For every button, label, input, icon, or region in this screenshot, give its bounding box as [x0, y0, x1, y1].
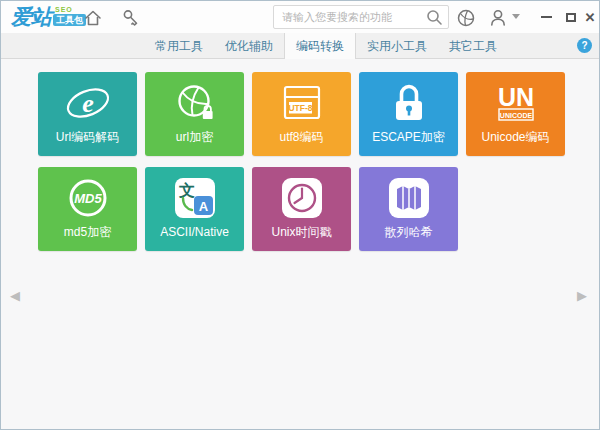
tile-utf8-encode[interactable]: UTF-8 utf8编码 [252, 72, 351, 156]
user-dropdown-caret[interactable] [512, 14, 520, 19]
app-logo: 爱站 SEO 工具包 [11, 5, 86, 29]
lock-icon [389, 76, 429, 130]
svg-text:文: 文 [178, 181, 195, 199]
tile-label: 散列哈希 [385, 225, 433, 239]
tool-grid-panel: e Url编码解码 url加密 [1, 59, 600, 430]
tile-url-encode-decode[interactable]: e Url编码解码 [38, 72, 137, 156]
tab-encoding-conversion[interactable]: 编码转换 [284, 33, 356, 60]
map-icon [387, 171, 431, 225]
search-box [273, 5, 449, 29]
svg-text:UN: UN [497, 83, 533, 111]
tile-label: url加密 [176, 130, 213, 144]
tile-hash[interactable]: 散列哈希 [359, 167, 458, 251]
tile-md5-encrypt[interactable]: MD5 md5加密 [38, 167, 137, 251]
close-button[interactable]: ✕ [578, 1, 600, 33]
website-globe-icon[interactable] [456, 8, 476, 28]
tile-unix-timestamp[interactable]: Unix时间戳 [252, 167, 351, 251]
logo-text: 爱站 [11, 5, 51, 29]
tile-label: Unix时间戳 [271, 225, 331, 239]
app-window: 爱站 SEO 工具包 [0, 0, 600, 430]
tile-label: utf8编码 [279, 130, 323, 144]
home-icon[interactable] [83, 8, 103, 28]
clock-icon [280, 171, 324, 225]
utf8-icon: UTF-8 [280, 76, 324, 130]
svg-text:UTF-8: UTF-8 [288, 103, 312, 113]
tile-label: ASCII/Native [160, 225, 229, 239]
help-icon[interactable]: ? [577, 38, 592, 53]
translate-icon: 文 A [173, 171, 217, 225]
svg-text:A: A [198, 199, 208, 214]
tile-label: Url编码解码 [56, 130, 119, 144]
tab-optimization-aid[interactable]: 优化辅助 [214, 33, 284, 59]
search-input[interactable] [282, 7, 422, 27]
tile-unicode-encode[interactable]: UN UNICODE Unicode编码 [466, 72, 565, 156]
tab-bar: 常用工具 优化辅助 编码转换 实用小工具 其它工具 ? [1, 33, 599, 59]
svg-text:e: e [82, 89, 94, 118]
tab-other-tools[interactable]: 其它工具 [438, 33, 508, 59]
tile-label: md5加密 [64, 225, 111, 239]
svg-text:UNICODE: UNICODE [499, 112, 532, 119]
search-icon[interactable] [426, 9, 443, 26]
next-page-arrow[interactable]: ▶ [577, 288, 587, 303]
svg-text:MD5: MD5 [74, 191, 102, 206]
tab-utility-tools[interactable]: 实用小工具 [356, 33, 438, 59]
tab-common-tools[interactable]: 常用工具 [144, 33, 214, 59]
logo-badge: 工具包 [53, 14, 86, 26]
user-account-icon[interactable] [488, 8, 508, 28]
ie-icon: e [65, 76, 111, 130]
title-bar: 爱站 SEO 工具包 [1, 1, 599, 33]
tile-ascii-native[interactable]: 文 A ASCII/Native [145, 167, 244, 251]
minimize-button[interactable] [534, 1, 558, 33]
tab-list: 常用工具 优化辅助 编码转换 实用小工具 其它工具 [144, 33, 508, 59]
logo-seo-label: SEO [55, 6, 86, 14]
tile-label: ESCAPE加密 [372, 130, 445, 144]
tile-escape-encrypt[interactable]: ESCAPE加密 [359, 72, 458, 156]
md5-icon: MD5 [65, 171, 111, 225]
prev-page-arrow[interactable]: ◀ [10, 288, 20, 303]
unicode-icon: UN UNICODE [490, 76, 542, 130]
key-icon[interactable] [121, 8, 141, 28]
tile-label: Unicode编码 [481, 130, 549, 144]
tile-url-encrypt[interactable]: url加密 [145, 72, 244, 156]
dribbble-lock-icon [173, 76, 217, 130]
tool-grid: e Url编码解码 url加密 [38, 72, 565, 251]
